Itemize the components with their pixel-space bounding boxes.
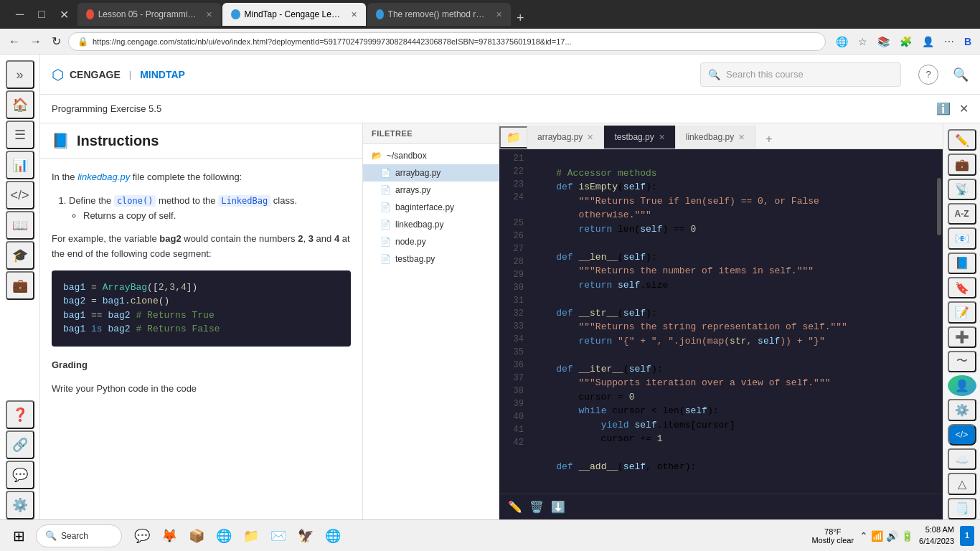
collections-button[interactable]: 📚 (875, 34, 892, 49)
code-line-32: """Returns the string representation of … (534, 320, 936, 334)
battery-icon[interactable]: 🔋 (901, 530, 913, 542)
star-button[interactable]: ☆ (855, 34, 870, 49)
editor-add-tab-button[interactable]: + (758, 130, 779, 149)
minimize-button[interactable]: ─ (11, 6, 28, 22)
volume-icon[interactable]: 🔊 (886, 530, 898, 542)
taskbar-icon-store[interactable]: 📦 (184, 523, 209, 549)
editor-tab-linkedbag[interactable]: linkedbag.py ✕ (676, 126, 755, 149)
filetree-file-node[interactable]: 📄 node.py (363, 233, 499, 250)
rs-notes-icon[interactable]: 📝 (948, 301, 976, 323)
filetree-file-baginterface[interactable]: 📄 baginterface.py (363, 199, 499, 216)
filetree-file-arraybag[interactable]: 📄 arraybag.py (363, 164, 499, 182)
sidebar-help-icon[interactable]: ❓ (6, 400, 34, 429)
rs-notepad-icon[interactable]: 🗒️ (948, 498, 976, 519)
rs-rss-icon[interactable]: 📡 (948, 179, 976, 200)
editor-scrollbar-thumb[interactable] (937, 178, 941, 235)
editor-folder-button[interactable]: 📁 (499, 126, 527, 149)
taskbar-icon-chat[interactable]: 💬 (129, 523, 155, 549)
sidebar-graduation-icon[interactable]: 🎓 (6, 241, 34, 270)
rs-pencil-icon[interactable]: ✏️ (948, 129, 976, 151)
taskbar-icon-edge[interactable]: 🌐 (211, 523, 237, 549)
help-button[interactable]: ? (918, 65, 938, 85)
editor-scrollbar[interactable] (936, 149, 943, 494)
sidebar-share-icon[interactable]: 🔗 (6, 430, 34, 459)
back-button[interactable]: ← (6, 34, 23, 50)
rs-drive-icon[interactable]: △ (948, 473, 976, 494)
settings-button[interactable]: ⋯ (941, 34, 957, 49)
notification-button[interactable]: 1 (960, 526, 974, 546)
rs-cloud-icon[interactable]: ☁️ (948, 448, 976, 470)
taskbar-icon-mail[interactable]: ✉️ (265, 523, 291, 549)
user-button[interactable]: 👤 (919, 34, 937, 49)
browser-tab-3[interactable]: The remove() method resizes the... ✕ (367, 3, 511, 26)
rs-wave-icon[interactable]: 〜 (948, 351, 976, 372)
rs-outlook-icon[interactable]: 📧 (948, 227, 976, 249)
taskbar-search[interactable]: 🔍 Search (36, 524, 122, 547)
sidebar-hamburger-icon[interactable]: ☰ (6, 121, 34, 149)
taskbar-icon-edge2[interactable]: 🦅 (293, 523, 319, 549)
sys-chevron-up-icon[interactable]: ⌃ (859, 530, 868, 542)
rs-add-icon[interactable]: ➕ (948, 326, 976, 348)
profile-icon[interactable]: 🌐 (833, 34, 851, 49)
download-button[interactable]: ⬇️ (551, 500, 565, 514)
filetree-file-linkedbag[interactable]: 📄 linkedbag.py (363, 216, 499, 233)
start-button[interactable]: ⊞ (6, 523, 32, 549)
global-search-button[interactable]: 🔍 (953, 67, 969, 83)
delete-button[interactable]: 🗑️ (529, 500, 544, 514)
tab2-close[interactable]: ✕ (351, 10, 357, 19)
sidebar-briefcase-icon[interactable]: 💼 (6, 271, 34, 300)
rs-briefcase-icon[interactable]: 💼 (948, 154, 976, 175)
browser-tab-2[interactable]: MindTap - Cengage Learning ✕ (222, 3, 366, 26)
sidebar-home-icon[interactable]: 🏠 (6, 90, 34, 119)
edit-pencil-button[interactable]: ✏️ (508, 500, 522, 514)
rs-avatar[interactable]: 👤 (948, 375, 976, 396)
rs-az-icon[interactable]: A-Z (948, 203, 976, 225)
forward-button[interactable]: → (27, 34, 44, 50)
sidebar-expand-button[interactable]: » (6, 60, 34, 89)
num2-ref: 2 (298, 233, 303, 244)
editor-tab-arraybag[interactable]: arraybag.py ✕ (527, 126, 604, 149)
editor-tab-testbag[interactable]: testbag.py ✕ (604, 126, 675, 149)
maximize-button[interactable]: □ (34, 6, 50, 22)
file-name-4: linkedbag.py (395, 220, 443, 230)
sub-list: Returns a copy of self. (83, 209, 351, 224)
edge-copilot[interactable]: B (961, 34, 974, 49)
header-search[interactable]: 🔍 Search this course (700, 62, 901, 87)
file-icon-2: 📄 (380, 185, 391, 195)
tab1-close[interactable]: ✕ (206, 10, 212, 19)
code-content[interactable]: # Accessor methods def isEmpty(self): ""… (531, 149, 936, 494)
filetree-file-testbag[interactable]: 📄 testbag.py (363, 250, 499, 268)
filetree-folder-sandbox[interactable]: 📂 ~/sandbox (363, 147, 499, 164)
weather-widget[interactable]: 78°F Mostly clear (811, 527, 854, 545)
rs-code-icon[interactable]: </> (948, 424, 976, 446)
rs-settings-icon[interactable]: ⚙️ (948, 399, 976, 420)
tab3-close[interactable]: ✕ (496, 10, 502, 19)
editor-content[interactable]: 21 22 23 24 25 26 27 28 29 30 31 32 33 (499, 149, 943, 494)
code-line-42: def __add__(self, other): (534, 460, 936, 474)
editor-tab-close-1[interactable]: ✕ (587, 133, 593, 142)
new-tab-button[interactable]: + (512, 11, 529, 26)
sidebar-code-icon[interactable]: </> (6, 181, 34, 209)
sidebar-chart-icon[interactable]: 📊 (6, 151, 34, 179)
refresh-button[interactable]: ↻ (49, 33, 64, 50)
editor-tab-close-3[interactable]: ✕ (738, 133, 745, 142)
info-icon[interactable]: ℹ️ (936, 102, 951, 116)
file-name-2: arrays.py (395, 185, 430, 195)
address-bar[interactable]: 🔒 https://ng.cengage.com/static/nb/ui/ev… (68, 32, 826, 51)
taskbar-clock[interactable]: 5:08 AM 6/14/2023 (919, 524, 954, 547)
taskbar-icon-firefox[interactable]: 🦊 (156, 523, 182, 549)
sidebar-chat-icon[interactable]: 💬 (6, 461, 34, 489)
close-button[interactable]: ✕ (55, 6, 73, 23)
wifi-icon[interactable]: 📶 (871, 530, 883, 542)
filetree-file-arrays[interactable]: 📄 arrays.py (363, 182, 499, 199)
taskbar-icon-chrome[interactable]: 🌐 (320, 523, 346, 549)
taskbar-icon-explorer[interactable]: 📁 (238, 523, 264, 549)
sidebar-settings-icon[interactable]: ⚙️ (6, 491, 34, 519)
browser-tab-1[interactable]: Lesson 05 - Programming Exerci... ✕ (77, 3, 221, 26)
extensions-button[interactable]: 🧩 (897, 34, 915, 49)
editor-tab-close-2[interactable]: ✕ (659, 133, 665, 142)
rs-bookmark-icon[interactable]: 🔖 (948, 277, 976, 298)
close-instructions-icon[interactable]: ✕ (959, 102, 969, 116)
rs-book-icon[interactable]: 📘 (948, 253, 976, 274)
sidebar-book-icon[interactable]: 📖 (6, 211, 34, 240)
